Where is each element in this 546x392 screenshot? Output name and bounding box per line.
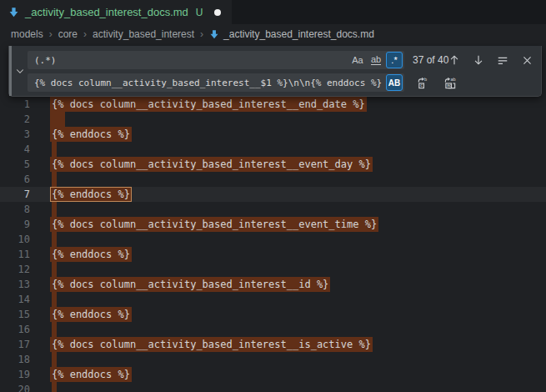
git-status-badge: U — [196, 7, 203, 18]
line-content[interactable] — [52, 202, 57, 217]
line-content[interactable] — [52, 292, 57, 307]
toggle-replace-chevron-icon[interactable] — [13, 46, 27, 96]
code-line[interactable]: 18 — [0, 352, 546, 367]
line-number[interactable]: 10 — [0, 232, 30, 247]
replace-input[interactable]: {% docs column__activity_based_interest_… — [28, 73, 404, 92]
line-number[interactable]: 14 — [0, 292, 30, 307]
whole-word-toggle[interactable]: ab — [368, 52, 384, 68]
code-line[interactable]: 5{% docs column__activity_based_interest… — [0, 157, 546, 172]
line-number[interactable]: 5 — [0, 157, 30, 172]
svg-text:c: c — [420, 83, 423, 88]
code-line[interactable]: 15{% enddocs %} — [0, 307, 546, 322]
line-content[interactable] — [52, 172, 57, 187]
code-line[interactable]: 3{% enddocs %} — [0, 127, 546, 142]
find-match — [50, 112, 65, 127]
breadcrumb-segment[interactable]: activity_based_interest — [93, 28, 194, 40]
find-match: {% enddocs %} — [50, 367, 132, 382]
code-line[interactable]: 12 — [0, 262, 546, 277]
search-input[interactable]: (.*) Aa ab .* — [28, 51, 404, 69]
empty-match-highlight — [52, 262, 57, 277]
line-number[interactable]: 15 — [0, 307, 30, 322]
preserve-case-toggle[interactable]: AB — [386, 74, 403, 91]
replace-all-button[interactable]: ab ac — [443, 75, 458, 90]
code-line[interactable]: 19{% enddocs %} — [0, 367, 546, 382]
line-content[interactable]: {% docs column__activity_based_interest_… — [52, 97, 367, 112]
code-line[interactable]: 16 — [0, 322, 546, 337]
code-line[interactable]: 6 — [0, 172, 546, 187]
line-number[interactable]: 20 — [0, 382, 30, 392]
find-in-selection-icon[interactable] — [495, 53, 510, 68]
line-content[interactable]: {% enddocs %} — [52, 307, 132, 322]
code-line[interactable]: 8 — [0, 202, 546, 217]
find-match: {% docs column__activity_based_interest_… — [50, 217, 378, 232]
replace-button[interactable]: b c — [415, 75, 430, 90]
line-number[interactable]: 2 — [0, 112, 30, 127]
line-content[interactable] — [52, 112, 65, 127]
empty-match-highlight — [52, 382, 57, 392]
line-number[interactable]: 12 — [0, 262, 30, 277]
line-number[interactable]: 4 — [0, 142, 30, 157]
code-line[interactable]: 9{% docs column__activity_based_interest… — [0, 217, 546, 232]
line-number[interactable]: 17 — [0, 337, 30, 352]
unsaved-changes-dot[interactable] — [214, 9, 221, 16]
line-number[interactable]: 1 — [0, 97, 30, 112]
code-line[interactable]: 10 — [0, 232, 546, 247]
svg-text:ac: ac — [447, 83, 452, 88]
line-number[interactable]: 18 — [0, 352, 30, 367]
line-content[interactable] — [52, 142, 57, 157]
line-content[interactable]: {% enddocs %} — [52, 367, 132, 382]
line-number[interactable]: 3 — [0, 127, 30, 142]
line-number[interactable]: 6 — [0, 172, 30, 187]
line-content[interactable]: {% enddocs %} — [52, 127, 132, 142]
find-replace-widget: (.*) Aa ab .* 37 of 40 {% docs column__a… — [8, 46, 542, 97]
breadcrumb-file[interactable]: _activity_based_interest_docs.md — [209, 28, 374, 40]
code-line[interactable]: 1{% docs column__activity_based_interest… — [0, 97, 546, 112]
find-widget-resize-sash[interactable] — [9, 46, 12, 96]
tab-active-file[interactable]: _activity_based_interest_docs.md U — [0, 0, 232, 24]
find-match: {% enddocs %} — [50, 247, 132, 262]
line-content[interactable]: {% docs column__activity_based_interest_… — [52, 277, 330, 292]
empty-match-highlight — [52, 142, 57, 157]
match-case-toggle[interactable]: Aa — [349, 52, 366, 68]
close-icon[interactable] — [519, 53, 534, 68]
line-number[interactable]: 16 — [0, 322, 30, 337]
svg-text:b: b — [423, 77, 426, 82]
regex-toggle[interactable]: .* — [386, 52, 403, 68]
markdown-file-icon — [209, 29, 219, 39]
breadcrumb: models›core›activity_based_interest›_act… — [0, 24, 546, 44]
current-find-match: {% enddocs %} — [50, 187, 132, 202]
code-line[interactable]: 20 — [0, 382, 546, 392]
next-match-button[interactable] — [471, 53, 486, 68]
previous-match-button[interactable] — [447, 53, 462, 68]
breadcrumb-segment[interactable]: core — [58, 28, 78, 40]
find-match: {% enddocs %} — [50, 127, 132, 142]
line-content[interactable] — [52, 382, 57, 392]
line-number[interactable]: 13 — [0, 277, 30, 292]
line-content[interactable] — [52, 352, 57, 367]
code-line[interactable]: 7{% enddocs %} — [0, 187, 546, 202]
code-line[interactable]: 4 — [0, 142, 546, 157]
breadcrumb-segment[interactable]: models — [11, 28, 43, 40]
line-content[interactable]: {% docs column__activity_based_interest_… — [52, 157, 373, 172]
line-number[interactable]: 7 — [0, 187, 30, 202]
code-line[interactable]: 2 — [0, 112, 546, 127]
line-content[interactable]: {% enddocs %} — [52, 247, 132, 262]
svg-text:ab: ab — [450, 77, 455, 82]
line-content[interactable]: {% enddocs %} — [52, 187, 132, 202]
code-line[interactable]: 14 — [0, 292, 546, 307]
line-content[interactable] — [52, 262, 57, 277]
line-content[interactable] — [52, 322, 57, 337]
find-match: {% docs column__activity_based_interest_… — [50, 337, 373, 352]
line-number[interactable]: 19 — [0, 367, 30, 382]
line-number[interactable]: 11 — [0, 247, 30, 262]
code-line[interactable]: 11{% enddocs %} — [0, 247, 546, 262]
chevron-right-icon: › — [49, 28, 53, 40]
tab-bar: _activity_based_interest_docs.md U — [0, 0, 546, 24]
code-line[interactable]: 17{% docs column__activity_based_interes… — [0, 337, 546, 352]
line-content[interactable] — [52, 232, 57, 247]
code-line[interactable]: 13{% docs column__activity_based_interes… — [0, 277, 546, 292]
line-content[interactable]: {% docs column__activity_based_interest_… — [52, 217, 378, 232]
line-number[interactable]: 8 — [0, 202, 30, 217]
line-number[interactable]: 9 — [0, 217, 30, 232]
line-content[interactable]: {% docs column__activity_based_interest_… — [52, 337, 373, 352]
